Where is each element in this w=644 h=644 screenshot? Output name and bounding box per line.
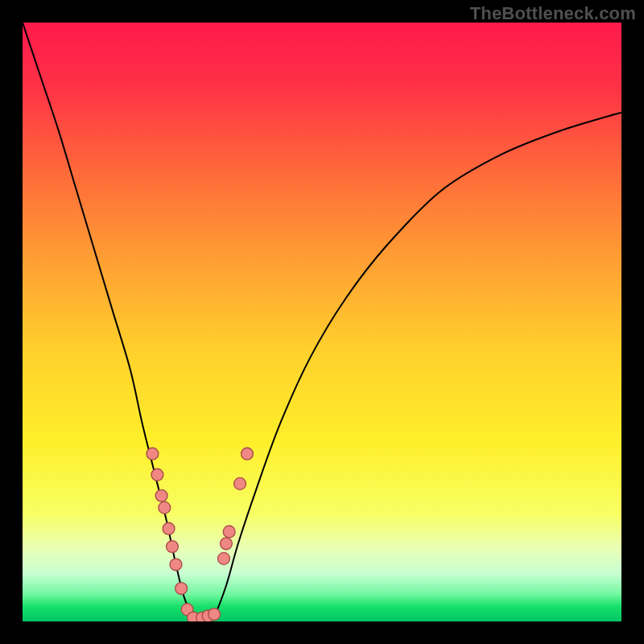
marker-point [159,502,171,514]
marker-point [208,609,221,621]
marker-point [223,526,235,538]
bottleneck-plot [23,23,621,621]
marker-point [151,469,163,481]
marker-point [170,559,182,571]
watermark-label: TheBottleneck.com [470,3,636,24]
marker-point [175,583,188,595]
marker-point [242,448,254,460]
outer-frame: TheBottleneck.com [0,0,644,644]
marker-point [147,448,159,460]
marker-point [221,538,233,550]
marker-point [163,522,175,535]
marker-point [155,489,167,502]
marker-point [167,541,179,553]
plot-background [23,23,621,621]
marker-point [234,477,246,489]
marker-point [218,552,230,564]
